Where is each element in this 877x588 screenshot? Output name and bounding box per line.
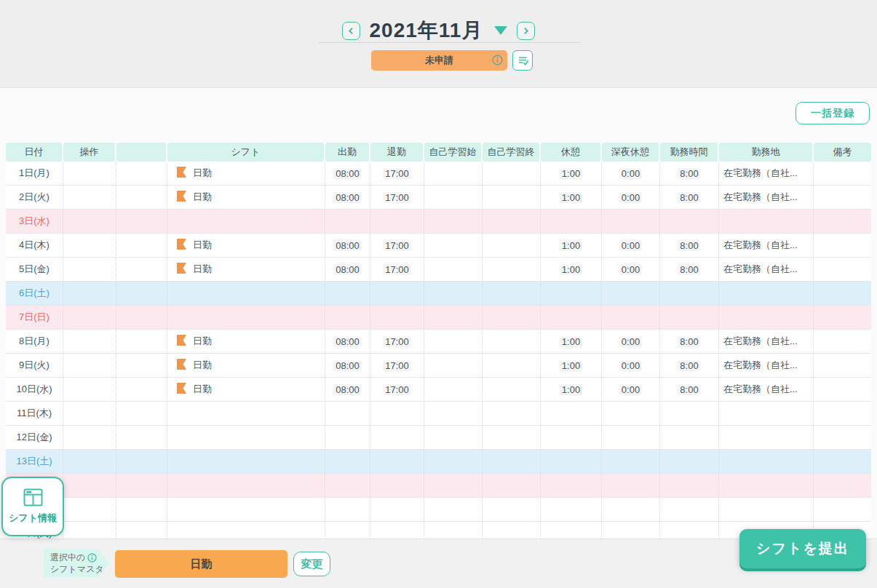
shift-cell[interactable]	[167, 474, 325, 498]
break-cell[interactable]	[541, 402, 602, 426]
location-cell[interactable]	[719, 498, 814, 522]
night-break-cell[interactable]	[602, 474, 660, 498]
break-cell[interactable]	[541, 210, 602, 234]
table-row[interactable]: 5日(金) 日勤 08:00 17:00 1:00 0:00 8:00 在宅勤務…	[6, 258, 871, 282]
table-row[interactable]: 10日(水) 日勤 08:00 17:00 1:00 0:00 8:00 在宅勤…	[6, 378, 871, 402]
clock-in-cell[interactable]: 08:00	[325, 186, 370, 210]
table-row[interactable]: 7日(日)	[6, 306, 871, 330]
change-button[interactable]: 変更	[293, 552, 330, 576]
table-row[interactable]: 9日(火) 日勤 08:00 17:00 1:00 0:00 8:00 在宅勤務…	[6, 354, 871, 378]
study-start-cell[interactable]	[424, 258, 483, 282]
study-start-cell[interactable]	[424, 450, 483, 474]
location-cell[interactable]	[719, 474, 814, 498]
note-cell[interactable]	[814, 186, 871, 210]
location-cell[interactable]: 在宅勤務（自社...	[719, 258, 814, 282]
shift-cell[interactable]	[167, 306, 325, 330]
break-cell[interactable]	[541, 450, 602, 474]
night-break-cell[interactable]	[602, 210, 660, 234]
table-row[interactable]: 13日(土)	[6, 450, 871, 474]
study-end-cell[interactable]	[483, 330, 541, 354]
clock-in-cell[interactable]: 08:00	[325, 354, 370, 378]
clock-out-cell[interactable]	[370, 498, 424, 522]
break-cell[interactable]: 1:00	[541, 330, 602, 354]
study-end-cell[interactable]	[483, 450, 541, 474]
break-cell[interactable]	[541, 282, 602, 306]
study-end-cell[interactable]	[483, 426, 541, 450]
table-row[interactable]: 8日(月) 日勤 08:00 17:00 1:00 0:00 8:00 在宅勤務…	[6, 330, 871, 354]
clock-out-cell[interactable]: 17:00	[370, 162, 424, 186]
study-end-cell[interactable]	[483, 498, 541, 522]
location-cell[interactable]	[719, 282, 814, 306]
note-cell[interactable]	[814, 498, 871, 522]
night-break-cell[interactable]: 0:00	[602, 330, 660, 354]
selected-info-icon[interactable]	[87, 553, 97, 563]
clock-in-cell[interactable]	[325, 498, 370, 522]
clock-out-cell[interactable]: 17:00	[370, 258, 424, 282]
study-end-cell[interactable]	[483, 186, 541, 210]
location-cell[interactable]	[719, 306, 814, 330]
clock-in-cell[interactable]	[325, 282, 370, 306]
location-cell[interactable]	[719, 210, 814, 234]
location-cell[interactable]	[719, 402, 814, 426]
study-start-cell[interactable]	[424, 378, 483, 402]
night-break-cell[interactable]	[602, 402, 660, 426]
break-cell[interactable]: 1:00	[541, 162, 602, 186]
clock-out-cell[interactable]	[370, 402, 424, 426]
night-break-cell[interactable]	[602, 450, 660, 474]
study-start-cell[interactable]	[424, 474, 483, 498]
submit-shift-button[interactable]: シフトを提出	[739, 529, 866, 568]
shift-cell[interactable]: 日勤	[167, 354, 325, 378]
study-end-cell[interactable]	[483, 402, 541, 426]
clock-out-cell[interactable]	[370, 474, 424, 498]
shift-cell[interactable]	[167, 498, 325, 522]
study-end-cell[interactable]	[483, 378, 541, 402]
night-break-cell[interactable]: 0:00	[602, 378, 660, 402]
table-row[interactable]: 2日(火) 日勤 08:00 17:00 1:00 0:00 8:00 在宅勤務…	[6, 186, 871, 210]
table-row[interactable]: 15日(月)	[6, 498, 871, 522]
shift-cell[interactable]	[167, 282, 325, 306]
study-start-cell[interactable]	[424, 210, 483, 234]
prev-month-button[interactable]	[342, 22, 360, 40]
month-dropdown-icon[interactable]	[494, 26, 507, 35]
clock-out-cell[interactable]: 17:00	[370, 234, 424, 258]
note-cell[interactable]	[814, 426, 871, 450]
break-cell[interactable]: 1:00	[541, 354, 602, 378]
clock-in-cell[interactable]	[325, 474, 370, 498]
table-row[interactable]: 4日(木) 日勤 08:00 17:00 1:00 0:00 8:00 在宅勤務…	[6, 234, 871, 258]
table-row[interactable]: 3日(水)	[6, 210, 871, 234]
shift-cell[interactable]	[167, 426, 325, 450]
shift-cell[interactable]	[167, 450, 325, 474]
break-cell[interactable]: 1:00	[541, 234, 602, 258]
note-cell[interactable]	[814, 402, 871, 426]
night-break-cell[interactable]	[602, 282, 660, 306]
note-cell[interactable]	[814, 258, 871, 282]
table-row[interactable]: 1日(月) 日勤 08:00 17:00 1:00 0:00 8:00 在宅勤務…	[6, 162, 871, 186]
clock-out-cell[interactable]	[370, 426, 424, 450]
location-cell[interactable]: 在宅勤務（自社...	[719, 330, 814, 354]
clock-in-cell[interactable]: 08:00	[325, 378, 370, 402]
shift-cell[interactable]	[167, 402, 325, 426]
study-end-cell[interactable]	[483, 210, 541, 234]
break-cell[interactable]	[541, 498, 602, 522]
location-cell[interactable]: 在宅勤務（自社...	[719, 354, 814, 378]
location-cell[interactable]	[719, 426, 814, 450]
study-start-cell[interactable]	[424, 402, 483, 426]
location-cell[interactable]: 在宅勤務（自社...	[719, 186, 814, 210]
break-cell[interactable]: 1:00	[541, 378, 602, 402]
study-start-cell[interactable]	[424, 234, 483, 258]
clock-in-cell[interactable]	[325, 426, 370, 450]
study-end-cell[interactable]	[483, 162, 541, 186]
study-end-cell[interactable]	[483, 258, 541, 282]
table-row[interactable]: 12日(金)	[6, 426, 871, 450]
clock-out-cell[interactable]: 17:00	[370, 378, 424, 402]
note-cell[interactable]	[814, 306, 871, 330]
clock-in-cell[interactable]: 08:00	[325, 258, 370, 282]
clock-out-cell[interactable]: 17:00	[370, 354, 424, 378]
note-cell[interactable]	[814, 474, 871, 498]
night-break-cell[interactable]	[602, 426, 660, 450]
shift-cell[interactable]: 日勤	[167, 258, 325, 282]
clock-out-cell[interactable]	[370, 306, 424, 330]
note-cell[interactable]	[814, 162, 871, 186]
study-start-cell[interactable]	[424, 330, 483, 354]
clock-in-cell[interactable]	[325, 450, 370, 474]
